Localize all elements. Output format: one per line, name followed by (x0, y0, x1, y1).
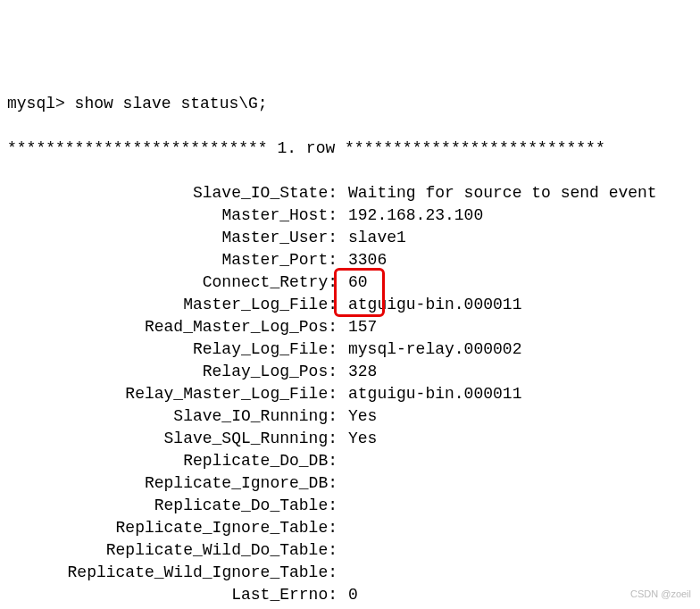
status-label: Replicate_Do_DB: (7, 450, 338, 472)
status-value: Waiting for source to send event (338, 182, 657, 204)
status-value: Yes (338, 405, 377, 428)
watermark: CSDN @zoeil (630, 583, 691, 605)
status-label: Connect_Retry: (7, 271, 338, 294)
status-value: 60 (338, 271, 368, 294)
status-row: Master_Port:3306 (7, 249, 693, 271)
status-value: atguigu-bin.000011 (338, 294, 521, 316)
status-row: Replicate_Ignore_Table: (7, 517, 693, 539)
status-row: Relay_Master_Log_File:atguigu-bin.000011 (7, 383, 693, 405)
status-row: Connect_Retry:60 (7, 271, 693, 294)
status-row: Replicate_Wild_Do_Table: (7, 539, 693, 562)
status-value: 3306 (338, 249, 387, 271)
status-label: Master_Log_File: (7, 294, 338, 316)
status-value (338, 495, 348, 517)
status-value: mysql-relay.000002 (338, 338, 521, 361)
status-row: Master_Host:192.168.23.100 (7, 204, 693, 227)
status-value (338, 562, 348, 584)
row-header: *************************** 1. row *****… (7, 138, 693, 160)
status-label: Relay_Master_Log_File: (7, 383, 338, 405)
status-row: Slave_IO_Running:Yes (7, 405, 693, 428)
status-value: atguigu-bin.000011 (338, 383, 521, 405)
mysql-prompt: mysql> show slave status\G; (7, 93, 693, 115)
status-label: Slave_IO_State: (7, 182, 338, 204)
status-row: Replicate_Ignore_DB: (7, 472, 693, 495)
status-label: Last_Errno: (7, 584, 338, 606)
status-label: Slave_IO_Running: (7, 405, 338, 428)
status-row: Relay_Log_File:mysql-relay.000002 (7, 338, 693, 361)
status-row: Slave_IO_State:Waiting for source to sen… (7, 182, 693, 204)
status-label: Replicate_Ignore_Table: (7, 517, 338, 539)
status-label: Replicate_Wild_Ignore_Table: (7, 562, 338, 584)
status-value: 328 (338, 361, 377, 383)
status-value (338, 450, 348, 472)
status-label: Relay_Log_File: (7, 338, 338, 361)
status-value (338, 539, 348, 562)
status-label: Master_Port: (7, 249, 338, 271)
status-value (338, 472, 348, 495)
status-row: Read_Master_Log_Pos:157 (7, 316, 693, 338)
status-value: 192.168.23.100 (338, 204, 483, 227)
status-label: Read_Master_Log_Pos: (7, 316, 338, 338)
status-row: Master_User:slave1 (7, 227, 693, 249)
status-label: Master_Host: (7, 204, 338, 227)
status-row: Relay_Log_Pos:328 (7, 361, 693, 383)
status-value: 0 (338, 584, 358, 606)
status-row: Slave_SQL_Running:Yes (7, 428, 693, 450)
status-fields: Slave_IO_State:Waiting for source to sen… (7, 182, 693, 609)
status-label: Relay_Log_Pos: (7, 361, 338, 383)
status-value: Yes (338, 428, 377, 450)
status-label: Replicate_Ignore_DB: (7, 472, 338, 495)
status-label: Master_User: (7, 227, 338, 249)
status-row: Replicate_Do_DB: (7, 450, 693, 472)
status-label: Replicate_Wild_Do_Table: (7, 539, 338, 562)
status-label: Replicate_Do_Table: (7, 495, 338, 517)
status-label: Slave_SQL_Running: (7, 428, 338, 450)
status-row: Replicate_Wild_Ignore_Table: (7, 562, 693, 584)
status-row: Replicate_Do_Table: (7, 495, 693, 517)
status-row: Last_Errno:0 (7, 584, 693, 606)
status-value: slave1 (338, 227, 406, 249)
status-value (338, 517, 348, 539)
status-row: Master_Log_File:atguigu-bin.000011 (7, 294, 693, 316)
status-value: 157 (338, 316, 377, 338)
